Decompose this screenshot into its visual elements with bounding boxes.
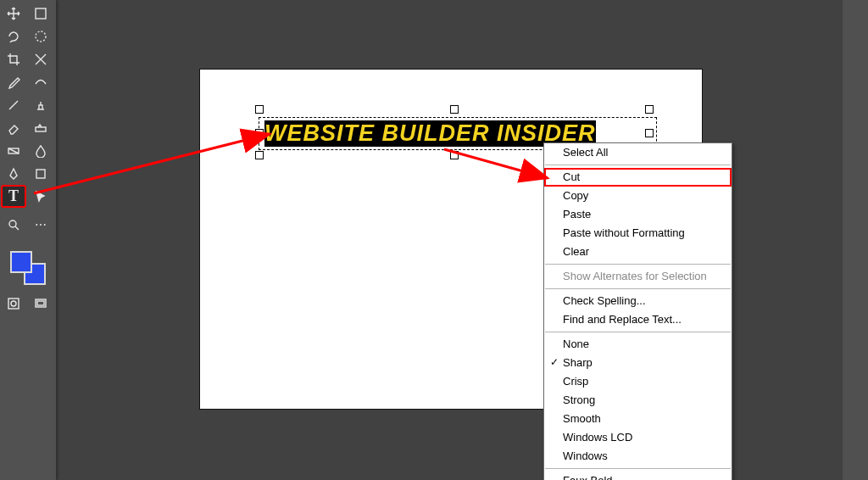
gradient-tool[interactable] <box>2 140 25 161</box>
menu-separator <box>545 288 731 289</box>
handle-top-right[interactable] <box>645 105 654 114</box>
svg-rect-6 <box>8 299 19 309</box>
screenmode-tool[interactable] <box>29 293 53 314</box>
svg-point-1 <box>36 31 46 42</box>
stamp-tool[interactable] <box>29 94 53 115</box>
menu-select-all[interactable]: Select All <box>544 143 732 162</box>
brush-tool[interactable] <box>2 94 25 115</box>
eyedropper-tool[interactable] <box>2 71 25 92</box>
handle-mid-left[interactable] <box>255 129 264 137</box>
hand-tool[interactable]: ⋯ <box>29 214 53 235</box>
menu-aa-crisp[interactable]: Crisp <box>544 372 732 391</box>
svg-point-7 <box>11 301 16 306</box>
foreground-color-swatch[interactable] <box>10 251 32 273</box>
menu-faux-bold[interactable]: Faux Bold <box>544 472 732 480</box>
menu-aa-strong[interactable]: Strong <box>544 391 732 410</box>
menu-separator <box>545 332 731 332</box>
path-select-tool[interactable] <box>29 186 53 207</box>
text-tool-glyph: T <box>8 187 19 205</box>
menu-aa-windows-lcd[interactable]: Windows LCD <box>544 428 732 447</box>
lasso-tool[interactable] <box>2 25 25 47</box>
healing-tool[interactable] <box>29 117 53 138</box>
slice-tool[interactable] <box>29 48 53 70</box>
menu-separator <box>545 264 731 265</box>
menu-check-spelling[interactable]: Check Spelling... <box>544 292 732 310</box>
zoom-tool[interactable] <box>2 214 25 235</box>
move-tool[interactable] <box>2 3 25 24</box>
blur-tool[interactable] <box>29 140 53 161</box>
svg-rect-4 <box>36 170 45 178</box>
handle-top-mid[interactable] <box>450 105 459 114</box>
color-swatches[interactable] <box>2 251 53 285</box>
ruler-tool[interactable] <box>29 71 53 92</box>
svg-rect-2 <box>36 127 46 131</box>
svg-point-5 <box>9 220 16 227</box>
crop-tool[interactable] <box>2 48 25 70</box>
menu-separator <box>545 468 731 469</box>
menu-aa-windows[interactable]: Windows <box>544 447 732 466</box>
menu-paste-without-formatting[interactable]: Paste without Formatting <box>544 224 732 243</box>
menu-cut[interactable]: Cut <box>544 168 732 187</box>
menu-show-alternates: Show Alternates for Selection <box>544 267 732 286</box>
menu-paste[interactable]: Paste <box>544 205 732 224</box>
menu-clear[interactable]: Clear <box>544 243 732 261</box>
eraser-tool[interactable] <box>2 117 25 138</box>
svg-rect-0 <box>36 8 46 19</box>
text-tool[interactable]: T <box>2 186 25 207</box>
menu-aa-sharp[interactable]: Sharp <box>544 354 732 372</box>
menu-aa-none[interactable]: None <box>544 335 732 354</box>
menu-find-replace[interactable]: Find and Replace Text... <box>544 310 732 329</box>
menu-copy[interactable]: Copy <box>544 187 732 205</box>
handle-bot-left[interactable] <box>255 151 264 159</box>
svg-rect-9 <box>37 301 44 305</box>
handle-bot-mid[interactable] <box>450 151 459 159</box>
shape-tool[interactable] <box>29 163 53 184</box>
artboard-tool[interactable] <box>29 3 53 24</box>
tools-panel: T ⋯ <box>0 0 56 480</box>
quick-select-tool[interactable] <box>29 25 53 47</box>
menu-aa-smooth[interactable]: Smooth <box>544 410 732 428</box>
handle-top-left[interactable] <box>255 105 264 114</box>
handle-mid-right[interactable] <box>645 129 654 137</box>
quickmask-tool[interactable] <box>2 293 25 314</box>
menu-separator <box>545 165 731 165</box>
text-context-menu: Select All Cut Copy Paste Paste without … <box>543 142 732 480</box>
right-sidebar <box>843 0 868 480</box>
pen-tool[interactable] <box>2 163 25 184</box>
